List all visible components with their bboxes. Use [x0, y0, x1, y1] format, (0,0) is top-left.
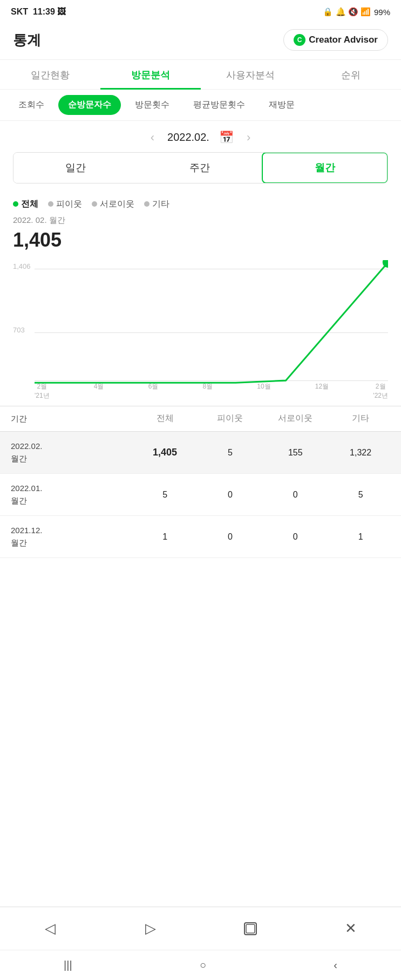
cell-following-2: 0	[201, 532, 260, 542]
page-title: 통계	[13, 31, 41, 50]
main-tab-nav: 일간현황 방문분석 사용자분석 순위	[0, 60, 401, 90]
next-date-button[interactable]: ›	[243, 131, 254, 145]
period-monthly-button[interactable]: 월간	[262, 152, 388, 183]
chart-period-label: 2022. 02. 월간	[13, 215, 388, 226]
period-selector: 일간 주간 월간	[13, 152, 388, 183]
period-weekly-button[interactable]: 주간	[138, 153, 262, 183]
nav-back-button[interactable]: ◁	[34, 913, 66, 945]
cell-following-0: 5	[201, 448, 260, 458]
cell-other-1: 5	[331, 490, 390, 500]
cell-total-1: 5	[130, 490, 201, 500]
cell-other-0: 1,322	[331, 448, 390, 458]
subtab-views[interactable]: 조회수	[9, 95, 54, 115]
subtab-unique-visitors[interactable]: 순방문자수	[58, 95, 121, 115]
subtab-avg-visits[interactable]: 평균방문횟수	[183, 95, 255, 115]
cell-total-2: 1	[130, 532, 201, 542]
legend-dot-all	[13, 201, 18, 207]
chart-legend: 전체 피이웃 서로이웃 기타	[0, 193, 401, 215]
tab-ranking[interactable]: 순위	[301, 60, 401, 90]
tab-visit-analysis[interactable]: 방문분석	[100, 60, 201, 90]
date-navigation: ‹ 2022.02. 📅 ›	[0, 121, 401, 152]
col-period: 기간	[11, 413, 130, 425]
table-row: 2022.01. 월간 5 0 0 5	[0, 474, 401, 516]
creator-advisor-logo: C	[294, 34, 305, 46]
calendar-icon[interactable]: 📅	[219, 131, 234, 145]
tab-icon	[243, 921, 258, 936]
period-daily-button[interactable]: 일간	[13, 153, 138, 183]
subtab-revisit[interactable]: 재방문	[259, 95, 304, 115]
col-following: 피이웃	[201, 413, 260, 425]
carrier-time: SKT 11:39 🖼	[11, 7, 66, 17]
chart-xlabel-0: 2월 '21년	[35, 382, 50, 400]
svg-rect-2	[246, 924, 255, 933]
legend-following[interactable]: 피이웃	[48, 199, 82, 210]
legend-all[interactable]: 전체	[13, 199, 38, 210]
legend-dot-other	[144, 201, 149, 207]
cell-period-2: 2021.12. 월간	[11, 525, 130, 549]
col-total: 전체	[130, 413, 201, 425]
chart-y-top-label: 1,406	[13, 262, 31, 270]
current-date: 2022.02.	[167, 131, 209, 144]
table-row: 2021.12. 월간 1 0 0 1	[0, 516, 401, 558]
data-table: 기간 전체 피이웃 서로이웃 기타 2022.02. 월간 1,405 5 15…	[0, 406, 401, 559]
chart-xlabel-3: 8월	[202, 382, 213, 391]
creator-advisor-button[interactable]: C Creator Advisor	[283, 29, 388, 51]
sys-home-button[interactable]: ○	[200, 959, 206, 971]
cell-other-2: 1	[331, 532, 390, 542]
chart-xlabel-5: 12월	[315, 382, 329, 391]
nav-tab-button[interactable]	[234, 913, 267, 945]
system-nav-bar: ||| ○ ‹	[0, 950, 401, 980]
tab-daily[interactable]: 일간현황	[0, 60, 100, 90]
chart-xlabel-6: 2월 '22년	[373, 382, 388, 400]
nav-close-button[interactable]: ✕	[335, 913, 367, 945]
sys-back-button[interactable]: ‹	[334, 959, 337, 971]
col-other: 기타	[331, 413, 390, 425]
chart-area: 2022. 02. 월간 1,405 1,406 703 2월 '21년 4월	[0, 215, 401, 406]
chart-xlabel-4: 10월	[257, 382, 270, 391]
cell-mutual-0: 155	[260, 448, 331, 458]
creator-advisor-label: Creator Advisor	[309, 35, 378, 45]
prev-date-button[interactable]: ‹	[147, 131, 158, 145]
cell-following-1: 0	[201, 490, 260, 500]
cell-mutual-1: 0	[260, 490, 331, 500]
chart-line-svg	[35, 260, 388, 384]
sub-tab-nav: 조회수 순방문자수 방문횟수 평균방문횟수 재방문	[0, 90, 401, 121]
nav-forward-button[interactable]: ▷	[134, 913, 167, 945]
sys-menu-button[interactable]: |||	[64, 959, 72, 971]
status-bar: SKT 11:39 🖼 🔒 🔔 🔇 📶 99%	[0, 0, 401, 24]
table-row: 2022.02. 월간 1,405 5 155 1,322	[0, 432, 401, 474]
chart-xlabel-1: 4월	[94, 382, 104, 391]
legend-dot-mutual	[92, 201, 97, 207]
cell-total-0: 1,405	[130, 447, 201, 458]
status-icons: 🔒 🔔 🔇 📶 99%	[323, 7, 390, 17]
tab-user-analysis[interactable]: 사용자분석	[201, 60, 301, 90]
cell-mutual-2: 0	[260, 532, 331, 542]
col-mutual: 서로이웃	[260, 413, 331, 425]
cell-period-1: 2022.01. 월간	[11, 482, 130, 507]
legend-other[interactable]: 기타	[144, 199, 169, 210]
chart-container: 1,406 703 2월 '21년 4월 6월	[13, 260, 388, 400]
chart-x-axis: 2월 '21년 4월 6월 8월 10월 12월	[35, 382, 388, 400]
chart-xlabel-2: 6월	[148, 382, 159, 391]
legend-dot-following	[48, 201, 53, 207]
cell-period-0: 2022.02. 월간	[11, 440, 130, 465]
header: 통계 C Creator Advisor	[0, 24, 401, 60]
table-header-row: 기간 전체 피이웃 서로이웃 기타	[0, 406, 401, 432]
bottom-nav-bar: ◁ ▷ ✕	[0, 907, 401, 950]
subtab-visits[interactable]: 방문횟수	[125, 95, 179, 115]
chart-y-mid-label: 703	[13, 326, 25, 334]
chart-main-value: 1,405	[13, 229, 388, 251]
legend-mutual[interactable]: 서로이웃	[92, 199, 134, 210]
